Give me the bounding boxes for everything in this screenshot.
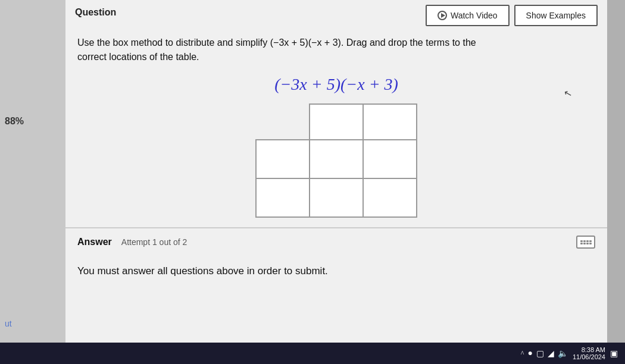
header-bar: Question Watch Video Show Examples — [65, 0, 607, 31]
watch-video-label: Watch Video — [451, 11, 498, 20]
show-examples-label: Show Examples — [526, 11, 586, 20]
table-cell-bot-2[interactable] — [363, 178, 417, 217]
show-examples-button[interactable]: Show Examples — [514, 5, 598, 26]
wifi-icon: ◢ — [548, 349, 554, 359]
chevron-up-icon[interactable]: ^ — [521, 349, 524, 358]
notification-icon[interactable]: ▣ — [610, 349, 618, 359]
volume-icon: 🔈 — [558, 349, 568, 359]
table-cell-empty — [256, 104, 310, 140]
keyboard-icon[interactable] — [576, 236, 595, 249]
play-triangle-icon — [441, 13, 445, 18]
network-icon: ● — [527, 349, 532, 358]
watch-video-button[interactable]: Watch Video — [426, 5, 510, 26]
box-table-container — [77, 103, 595, 218]
table-row-bottom — [256, 178, 417, 217]
answer-label: Answer — [77, 237, 112, 247]
taskbar-time: 8:38 AM 11/06/2024 — [573, 346, 605, 360]
table-cell-top-1[interactable] — [310, 104, 363, 140]
question-text: Use the box method to distribute and sim… — [77, 36, 494, 64]
table-cell-bot-1[interactable] — [310, 178, 363, 217]
submit-message-text: You must answer all questions above in o… — [77, 265, 328, 277]
header-buttons: Watch Video Show Examples — [426, 5, 598, 26]
math-expr-text: (−3x + 5)(−x + 3) — [274, 75, 398, 93]
main-content: Question Watch Video Show Examples Use t… — [65, 0, 607, 364]
taskbar-icons: ^ ● ▢ ◢ 🔈 — [521, 349, 568, 359]
table-cell-top-2[interactable] — [363, 104, 417, 140]
table-cell-mid-left[interactable] — [256, 140, 310, 178]
table-cell-bot-left[interactable] — [256, 178, 310, 217]
bottom-link[interactable]: ut — [5, 319, 12, 328]
attempt-label: Attempt 1 out of 2 — [121, 237, 188, 247]
taskbar: ^ ● ▢ ◢ 🔈 8:38 AM 11/06/2024 ▣ — [0, 343, 625, 364]
table-row-middle — [256, 140, 417, 178]
box-method-table — [255, 103, 417, 218]
time-display: 8:38 AM — [573, 346, 605, 353]
display-icon: ▢ — [536, 349, 544, 359]
progress-percent: 88% — [5, 116, 24, 127]
math-expression: (−3x + 5)(−x + 3) — [77, 75, 595, 94]
submit-message: You must answer all questions above in o… — [65, 256, 607, 287]
play-icon — [438, 11, 447, 20]
date-display: 11/06/2024 — [573, 353, 605, 360]
question-body: Use the box method to distribute and sim… — [65, 31, 607, 218]
left-sidebar: 88% ut — [0, 0, 65, 364]
keyboard-icon-inner — [580, 240, 592, 244]
table-cell-mid-1[interactable] — [310, 140, 363, 178]
table-cell-mid-2[interactable] — [363, 140, 417, 178]
right-sidebar — [607, 0, 625, 364]
question-label: Question — [75, 5, 116, 18]
answer-section: Answer Attempt 1 out of 2 — [65, 227, 607, 256]
table-row-top — [256, 104, 417, 140]
